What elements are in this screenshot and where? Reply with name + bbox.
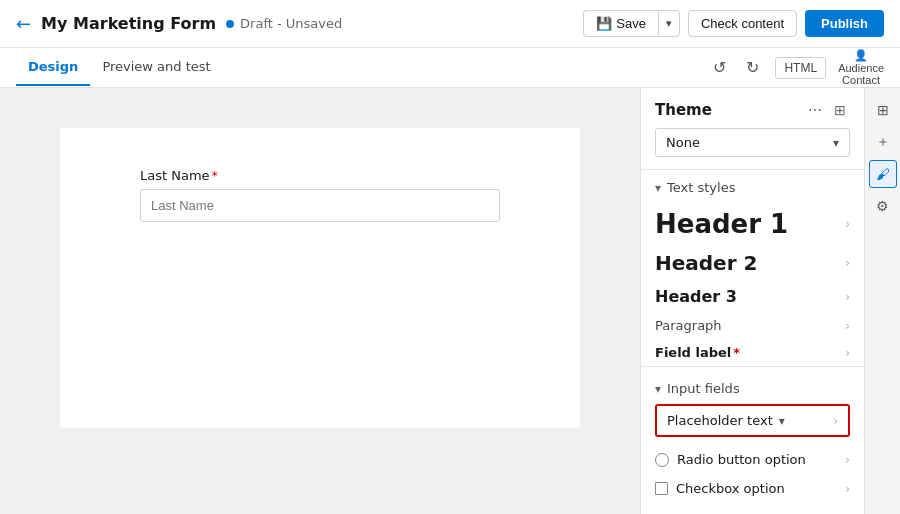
top-bar-left: ← My Marketing Form Draft - Unsaved [16, 13, 342, 34]
theme-dropdown-chevron: ▾ [833, 136, 839, 150]
top-bar-right: 💾 Save ▾ Check content Publish [583, 10, 884, 37]
radio-circle-icon [655, 453, 669, 467]
check-content-button[interactable]: Check content [688, 10, 797, 37]
tab-design[interactable]: Design [16, 49, 90, 86]
input-fields-label: Input fields [667, 381, 740, 396]
panel-style-button[interactable]: 🖌 [869, 160, 897, 188]
save-dropdown-button[interactable]: ▾ [658, 10, 680, 37]
last-name-input[interactable] [140, 189, 500, 222]
theme-more-button[interactable]: ⋯ [804, 100, 826, 120]
radio-left: Radio button option [655, 452, 806, 467]
text-styles-chevron: ▾ [655, 181, 661, 195]
text-styles-label: Text styles [667, 180, 735, 195]
draft-dot-icon [226, 20, 234, 28]
audience-button[interactable]: 👤 Audience Contact [838, 49, 884, 86]
header2-text: Header 2 [655, 251, 757, 275]
radio-chevron: › [845, 453, 850, 467]
panel-settings-button[interactable]: ⚙ [869, 192, 897, 220]
undo-button[interactable]: ↺ [709, 54, 730, 81]
theme-value: None [666, 135, 700, 150]
save-button[interactable]: 💾 Save [583, 10, 658, 37]
radio-option-label: Radio button option [677, 452, 806, 467]
redo-button[interactable]: ↻ [742, 54, 763, 81]
save-btn-group: 💾 Save ▾ [583, 10, 680, 37]
header1-text: Header 1 [655, 209, 788, 239]
checkbox-chevron: › [845, 482, 850, 496]
contact-label: Contact [842, 74, 880, 86]
sub-nav: Design Preview and test ↺ ↻ HTML 👤 Audie… [0, 48, 900, 88]
field-label-style-text: Field label* [655, 345, 740, 360]
style-icon: 🖌 [876, 166, 890, 182]
audience-icon: 👤 [854, 49, 868, 62]
placeholder-left: Placeholder text ▾ [667, 413, 785, 428]
header1-chevron: › [845, 217, 850, 231]
panel-toolbar: ⊞ ＋ 🖌 ⚙ [864, 88, 900, 514]
header3-text: Header 3 [655, 287, 737, 306]
panel-content: Theme ⋯ ⊞ None ▾ ▾ Text styles Header 1 [641, 88, 864, 514]
publish-button[interactable]: Publish [805, 10, 884, 37]
checkbox-option-item[interactable]: Checkbox option › [641, 474, 864, 503]
paragraph-text: Paragraph [655, 318, 722, 333]
right-panel: Theme ⋯ ⊞ None ▾ ▾ Text styles Header 1 [640, 88, 900, 514]
paragraph-item[interactable]: Paragraph › [641, 312, 864, 339]
sub-nav-tools: ↺ ↻ HTML 👤 Audience Contact [709, 49, 884, 86]
draft-label: Draft - Unsaved [240, 16, 342, 31]
canvas-area: Last Name* [0, 88, 640, 514]
theme-grid-button[interactable]: ⊞ [830, 100, 850, 120]
theme-title: Theme [655, 101, 712, 119]
text-styles-header[interactable]: ▾ Text styles [641, 170, 864, 203]
field-label: Last Name* [140, 168, 500, 183]
placeholder-text-item[interactable]: Placeholder text ▾ › [655, 404, 850, 437]
floppy-icon: 💾 [596, 16, 612, 31]
save-label: Save [616, 16, 646, 31]
draft-badge: Draft - Unsaved [226, 16, 342, 31]
page-title: My Marketing Form [41, 14, 216, 33]
placeholder-text-label: Placeholder text [667, 413, 773, 428]
html-button[interactable]: HTML [775, 57, 826, 79]
placeholder-dropdown-chevron: ▾ [779, 414, 785, 428]
radio-option-item[interactable]: Radio button option › [641, 445, 864, 474]
section-divider-2 [641, 366, 864, 367]
field-label-style-name: Field label [655, 345, 731, 360]
field-label-item[interactable]: Field label* › [641, 339, 864, 366]
sub-nav-tabs: Design Preview and test [16, 49, 223, 86]
header3-item[interactable]: Header 3 › [641, 281, 864, 312]
required-star: * [212, 168, 219, 183]
paragraph-chevron: › [845, 319, 850, 333]
theme-actions: ⋯ ⊞ [804, 100, 850, 120]
top-bar: ← My Marketing Form Draft - Unsaved 💾 Sa… [0, 0, 900, 48]
panel-plus-button[interactable]: ＋ [869, 128, 897, 156]
header2-chevron: › [845, 256, 850, 270]
audience-label: Audience [838, 62, 884, 74]
field-label-required: * [733, 345, 740, 360]
header3-chevron: › [845, 290, 850, 304]
panel-grid-button[interactable]: ⊞ [869, 96, 897, 124]
placeholder-chevron-right: › [833, 414, 838, 428]
theme-header: Theme ⋯ ⊞ [641, 88, 864, 128]
checkbox-square-icon [655, 482, 668, 495]
checkbox-option-label: Checkbox option [676, 481, 785, 496]
theme-select-wrapper: None ▾ [641, 128, 864, 169]
input-fields-chevron: ▾ [655, 382, 661, 396]
main-content: Last Name* Theme ⋯ ⊞ None ▾ [0, 88, 900, 514]
input-fields-section: ▾ Input fields Placeholder text ▾ › Radi… [641, 371, 864, 503]
theme-select[interactable]: None ▾ [655, 128, 850, 157]
header2-item[interactable]: Header 2 › [641, 245, 864, 281]
back-arrow-icon[interactable]: ← [16, 13, 31, 34]
header1-item[interactable]: Header 1 › [641, 203, 864, 245]
tab-preview[interactable]: Preview and test [90, 49, 222, 86]
field-label-chevron: › [845, 346, 850, 360]
field-label-text: Last Name [140, 168, 210, 183]
input-fields-header[interactable]: ▾ Input fields [641, 371, 864, 404]
checkbox-left: Checkbox option [655, 481, 785, 496]
form-canvas: Last Name* [60, 128, 580, 428]
